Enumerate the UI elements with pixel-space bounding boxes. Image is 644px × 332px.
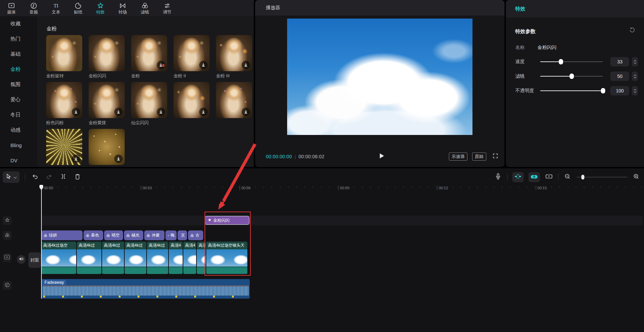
playhead-line[interactable] (41, 185, 42, 299)
reset-button[interactable] (629, 27, 635, 34)
filter-clip[interactable]: 仲夏 (144, 230, 164, 240)
speed-value-input[interactable]: 33 (610, 57, 629, 66)
video-clip[interactable]: 高清4 (197, 242, 206, 274)
play-button[interactable] (377, 152, 387, 161)
filter-slider[interactable] (540, 74, 603, 79)
tab-effect-settings[interactable]: 特效 (515, 6, 525, 12)
record-voiceover-button[interactable] (494, 173, 502, 182)
video-preview[interactable] (287, 19, 472, 135)
timeline-zoom-slider[interactable] (577, 175, 627, 179)
video-clip[interactable]: 高清4 (183, 242, 196, 274)
tab-audio-label: 音频 (30, 10, 38, 15)
tab-sticker-label: 贴纸 (74, 10, 83, 15)
tab-filter[interactable]: 滤镜 (138, 2, 152, 15)
auto-snap-toggle[interactable] (512, 172, 524, 182)
undo-button[interactable] (31, 173, 39, 182)
video-clip[interactable]: 高清4k过 (102, 242, 124, 274)
effect-thumbnail[interactable] (46, 129, 82, 167)
opacity-stepper[interactable] (632, 86, 638, 95)
effect-clip-label: 金粉闪闪 (213, 218, 229, 223)
effect-thumbnail[interactable]: 金粉旋转 (46, 35, 82, 79)
split-button[interactable] (59, 173, 68, 182)
effect-thumbnail[interactable] (174, 82, 210, 126)
sidebar-item-dv[interactable]: DV (0, 153, 37, 168)
video-track: 高清4k过场空 高清4k过 高清4k过 高清4k过 高清4k过 高清4 高清4 … (41, 242, 247, 274)
effect-thumbnail[interactable]: 金粉聚拢 (89, 82, 125, 126)
link-preview-toggle[interactable] (528, 172, 540, 182)
sidebar-item-goldpowder[interactable]: 金粉 (0, 62, 37, 77)
video-clip[interactable]: 高清4 (169, 242, 183, 274)
audio-track-header[interactable] (3, 281, 11, 290)
filter-clip[interactable]: 晚 (165, 230, 177, 240)
video-track-header[interactable] (3, 253, 11, 262)
effect-thumbnail[interactable] (216, 82, 252, 126)
filter-clip[interactable]: 绿妍 (41, 230, 83, 240)
mirror-edit-button[interactable] (545, 173, 553, 182)
original-ratio-button[interactable]: 原始 (472, 153, 486, 161)
effect-thumbnail[interactable]: 金粉 III (216, 35, 252, 79)
sidebar-item-love[interactable]: 爱心 (0, 92, 37, 107)
effect-thumbnail[interactable]: 粉色闪粉 (46, 82, 82, 126)
tab-media[interactable]: 媒体 (5, 2, 18, 15)
effect-thumbnail[interactable]: 金粉闪闪 (89, 35, 125, 79)
select-tool-button[interactable] (3, 171, 20, 183)
filter-track-header[interactable] (3, 231, 11, 240)
filter-clip[interactable]: 晴空 (104, 230, 123, 240)
speed-slider[interactable] (540, 59, 603, 64)
video-filmstrip (183, 249, 196, 267)
cover-button[interactable]: 封面 (28, 252, 41, 268)
timeline-ruler[interactable]: 00:00 00:03 00:06 00:09 00:12 00:15 (41, 185, 643, 192)
effect-thumbnail[interactable]: 仙尘闪闪 (131, 82, 167, 126)
video-clip-label: 高清4k过 (125, 242, 146, 249)
zoom-out-button[interactable] (563, 173, 572, 182)
filter-clip[interactable]: 暮色 (84, 230, 103, 240)
fullscreen-button[interactable] (491, 152, 500, 161)
tab-audio[interactable]: 音频 (27, 2, 40, 15)
filter-clip[interactable]: 橘光 (124, 230, 143, 240)
music-track-icon (5, 282, 10, 289)
zoom-in-button[interactable] (632, 173, 641, 182)
audio-clip[interactable]: Fadeaway (41, 279, 250, 299)
oscilloscope-button[interactable]: 示波器 (449, 153, 467, 161)
video-clip[interactable]: 高清4k过 (77, 242, 101, 274)
video-clip-label: 高清4k过 (147, 242, 168, 249)
filter-clip-icon (146, 233, 150, 238)
sidebar-item-hot[interactable]: 热门 (0, 31, 37, 47)
filter-clip[interactable]: 京 (178, 230, 187, 240)
sidebar-item-atmosphere[interactable]: 氛围 (0, 77, 37, 92)
tab-text[interactable]: TI 文本 (49, 2, 63, 15)
filter-value-input[interactable]: 50 (610, 72, 629, 81)
effect-name: 金粉 II (174, 73, 210, 79)
effect-thumbnail[interactable]: 金粉 II (174, 35, 210, 79)
effect-clip-selected[interactable]: 金粉闪闪 (205, 216, 249, 225)
delete-button[interactable] (73, 173, 82, 182)
sidebar-item-basic[interactable]: 基础 (0, 47, 37, 62)
effect-thumbnail[interactable] (89, 129, 125, 167)
sidebar-item-winter[interactable]: 冬日 (0, 107, 37, 122)
video-clip[interactable]: 高清4k过场空镜头天 (206, 242, 247, 274)
sidebar-item-dynamic[interactable]: 动感 (0, 122, 37, 138)
tab-adjust[interactable]: 调节 (160, 2, 174, 15)
filter-stepper[interactable] (632, 72, 638, 81)
speed-stepper[interactable] (632, 57, 638, 66)
opacity-value-input[interactable]: 100 (610, 86, 629, 95)
filter-clip[interactable]: 古 (188, 230, 203, 240)
sidebar-item-bling[interactable]: Bling (0, 138, 37, 153)
video-clip[interactable]: 高清4k过 (125, 242, 146, 274)
opacity-slider[interactable] (540, 88, 603, 93)
video-clip[interactable]: 高清4k过 (147, 242, 168, 274)
effect-thumbnail[interactable]: 金粉 (131, 35, 167, 79)
effects-grid-panel: 金粉 金粉旋转 金粉闪闪 金粉 (37, 16, 254, 167)
tab-effects[interactable]: 特效 (94, 2, 107, 15)
video-audio-strip (77, 267, 101, 274)
filter-clip-icon (126, 233, 130, 238)
redo-button[interactable] (45, 173, 54, 182)
tab-transition[interactable]: 转场 (116, 2, 129, 15)
tab-sticker[interactable]: 贴纸 (71, 2, 85, 15)
video-clip[interactable]: 高清4k过场空 (41, 242, 76, 274)
video-clip-label: 高清4 (183, 242, 196, 249)
sidebar-item-favorites[interactable]: 收藏 (0, 16, 37, 31)
video-clip-label: 高清4k过 (102, 242, 124, 249)
mute-track-button[interactable] (17, 255, 26, 264)
effect-track-header[interactable] (3, 216, 11, 225)
